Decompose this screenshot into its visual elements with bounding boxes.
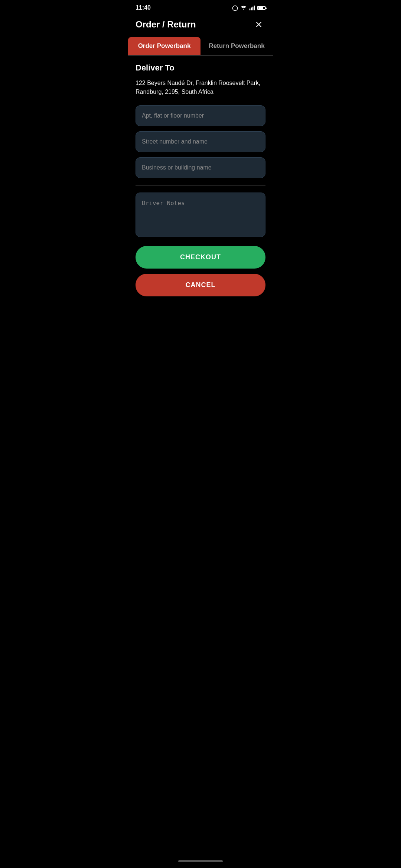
close-button[interactable] bbox=[252, 18, 265, 31]
home-indicator bbox=[128, 854, 273, 868]
svg-rect-1 bbox=[251, 7, 252, 10]
svg-rect-3 bbox=[254, 6, 255, 10]
driver-notes-input[interactable] bbox=[136, 193, 265, 237]
sim-icon: ◯ bbox=[232, 5, 238, 11]
status-icons: ◯ bbox=[232, 5, 265, 11]
svg-rect-0 bbox=[250, 9, 251, 10]
cancel-button[interactable]: CANCEL bbox=[136, 274, 265, 296]
wifi-icon bbox=[240, 5, 247, 10]
section-title: Deliver To bbox=[136, 63, 265, 73]
main-content: Deliver To 122 Beyers Naudé Dr, Franklin… bbox=[128, 63, 273, 308]
page-title: Order / Return bbox=[136, 19, 196, 30]
checkout-button[interactable]: CHECKOUT bbox=[136, 246, 265, 269]
street-input[interactable] bbox=[136, 131, 265, 152]
apt-input[interactable] bbox=[136, 105, 265, 126]
close-icon bbox=[254, 20, 263, 29]
delivery-address: 122 Beyers Naudé Dr, Franklin Roosevelt … bbox=[136, 79, 265, 96]
header: Order / Return bbox=[128, 14, 273, 37]
tab-container: Order Powerbank Return Powerbank bbox=[128, 37, 273, 56]
signal-icon bbox=[249, 5, 255, 10]
building-input[interactable] bbox=[136, 157, 265, 178]
svg-rect-2 bbox=[252, 7, 254, 10]
home-indicator-bar bbox=[178, 860, 223, 862]
status-bar: 11:40 ◯ bbox=[128, 0, 273, 14]
tab-order-powerbank[interactable]: Order Powerbank bbox=[128, 37, 200, 55]
battery-icon bbox=[257, 6, 265, 10]
tab-return-powerbank[interactable]: Return Powerbank bbox=[200, 37, 273, 55]
status-time: 11:40 bbox=[136, 4, 151, 11]
form-divider bbox=[136, 185, 265, 186]
